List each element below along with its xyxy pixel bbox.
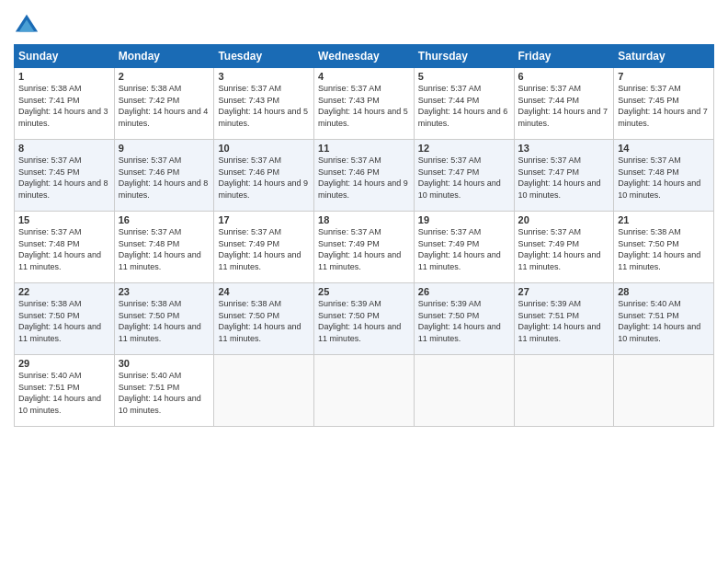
day-number: 9 [119,143,210,154]
table-row [214,355,314,427]
day-info: Sunrise: 5:37 AMSunset: 7:46 PMDaylight:… [218,155,308,200]
day-number: 30 [119,358,210,369]
calendar-week-row: 29 Sunrise: 5:40 AMSunset: 7:51 PMDaylig… [15,355,714,427]
calendar-week-row: 22 Sunrise: 5:38 AMSunset: 7:50 PMDaylig… [15,283,714,355]
table-row: 13 Sunrise: 5:37 AMSunset: 7:47 PMDaylig… [514,140,614,212]
day-info: Sunrise: 5:37 AMSunset: 7:49 PMDaylight:… [218,227,301,271]
header [14,9,714,39]
table-row: 21 Sunrise: 5:38 AMSunset: 7:50 PMDaylig… [614,212,714,283]
header-friday: Friday [514,45,614,68]
day-info: Sunrise: 5:37 AMSunset: 7:49 PMDaylight:… [418,227,501,271]
table-row: 24 Sunrise: 5:38 AMSunset: 7:50 PMDaylig… [214,283,314,355]
day-info: Sunrise: 5:37 AMSunset: 7:44 PMDaylight:… [418,84,508,128]
day-number: 4 [318,71,410,82]
table-row: 8 Sunrise: 5:37 AMSunset: 7:45 PMDayligh… [15,140,115,212]
day-info: Sunrise: 5:37 AMSunset: 7:48 PMDaylight:… [618,155,700,200]
table-row: 29 Sunrise: 5:40 AMSunset: 7:51 PMDaylig… [15,355,115,427]
day-info: Sunrise: 5:40 AMSunset: 7:51 PMDaylight:… [18,371,101,415]
day-info: Sunrise: 5:37 AMSunset: 7:47 PMDaylight:… [518,155,601,200]
table-row: 22 Sunrise: 5:38 AMSunset: 7:50 PMDaylig… [15,283,115,355]
day-info: Sunrise: 5:40 AMSunset: 7:51 PMDaylight:… [618,299,700,343]
table-row: 27 Sunrise: 5:39 AMSunset: 7:51 PMDaylig… [514,283,614,355]
table-row: 26 Sunrise: 5:39 AMSunset: 7:50 PMDaylig… [414,283,514,355]
day-number: 26 [418,286,510,297]
table-row: 2 Sunrise: 5:38 AMSunset: 7:42 PMDayligh… [114,68,214,140]
calendar-table: Sunday Monday Tuesday Wednesday Thursday… [14,44,714,427]
header-wednesday: Wednesday [314,45,415,68]
header-sunday: Sunday [15,45,115,68]
table-row: 6 Sunrise: 5:37 AMSunset: 7:44 PMDayligh… [514,68,614,140]
table-row [414,355,514,427]
logo-icon [14,13,40,39]
table-row: 7 Sunrise: 5:37 AMSunset: 7:45 PMDayligh… [614,68,714,140]
table-row: 1 Sunrise: 5:38 AMSunset: 7:41 PMDayligh… [15,68,115,140]
table-row: 14 Sunrise: 5:37 AMSunset: 7:48 PMDaylig… [614,140,714,212]
table-row: 5 Sunrise: 5:37 AMSunset: 7:44 PMDayligh… [414,68,514,140]
calendar-week-row: 15 Sunrise: 5:37 AMSunset: 7:48 PMDaylig… [15,212,714,283]
day-number: 10 [218,143,310,154]
day-number: 28 [618,286,710,297]
table-row: 19 Sunrise: 5:37 AMSunset: 7:49 PMDaylig… [414,212,514,283]
table-row: 30 Sunrise: 5:40 AMSunset: 7:51 PMDaylig… [114,355,214,427]
day-number: 20 [518,214,610,225]
day-info: Sunrise: 5:38 AMSunset: 7:41 PMDaylight:… [18,84,108,128]
table-row [614,355,714,427]
day-info: Sunrise: 5:37 AMSunset: 7:46 PMDaylight:… [119,155,209,200]
table-row: 3 Sunrise: 5:37 AMSunset: 7:43 PMDayligh… [214,68,314,140]
day-number: 18 [318,214,410,225]
table-row: 18 Sunrise: 5:37 AMSunset: 7:49 PMDaylig… [314,212,415,283]
day-number: 16 [119,214,210,225]
day-info: Sunrise: 5:37 AMSunset: 7:48 PMDaylight:… [18,227,101,271]
page: Sunday Monday Tuesday Wednesday Thursday… [0,0,728,563]
day-number: 27 [518,286,610,297]
day-number: 23 [119,286,210,297]
table-row: 28 Sunrise: 5:40 AMSunset: 7:51 PMDaylig… [614,283,714,355]
table-row [314,355,415,427]
day-info: Sunrise: 5:38 AMSunset: 7:50 PMDaylight:… [218,299,301,343]
day-number: 5 [418,71,510,82]
day-info: Sunrise: 5:37 AMSunset: 7:46 PMDaylight:… [318,155,408,200]
table-row [514,355,614,427]
day-number: 2 [119,71,210,82]
day-info: Sunrise: 5:38 AMSunset: 7:50 PMDaylight:… [618,227,700,271]
day-number: 17 [218,214,310,225]
day-info: Sunrise: 5:39 AMSunset: 7:50 PMDaylight:… [418,299,501,343]
day-number: 24 [218,286,310,297]
day-info: Sunrise: 5:37 AMSunset: 7:44 PMDaylight:… [518,84,609,128]
day-info: Sunrise: 5:37 AMSunset: 7:49 PMDaylight:… [518,227,601,271]
table-row: 9 Sunrise: 5:37 AMSunset: 7:46 PMDayligh… [114,140,214,212]
day-number: 14 [618,143,710,154]
day-info: Sunrise: 5:40 AMSunset: 7:51 PMDaylight:… [119,371,201,415]
header-saturday: Saturday [614,45,714,68]
table-row: 11 Sunrise: 5:37 AMSunset: 7:46 PMDaylig… [314,140,415,212]
day-info: Sunrise: 5:37 AMSunset: 7:43 PMDaylight:… [218,84,308,128]
calendar-week-row: 1 Sunrise: 5:38 AMSunset: 7:41 PMDayligh… [15,68,714,140]
day-number: 11 [318,143,410,154]
table-row: 16 Sunrise: 5:37 AMSunset: 7:48 PMDaylig… [114,212,214,283]
day-number: 25 [318,286,410,297]
day-info: Sunrise: 5:37 AMSunset: 7:43 PMDaylight:… [318,84,408,128]
day-number: 15 [18,214,110,225]
day-number: 29 [18,358,110,369]
table-row: 25 Sunrise: 5:39 AMSunset: 7:50 PMDaylig… [314,283,415,355]
table-row: 12 Sunrise: 5:37 AMSunset: 7:47 PMDaylig… [414,140,514,212]
header-thursday: Thursday [414,45,514,68]
logo [14,13,42,39]
calendar-week-row: 8 Sunrise: 5:37 AMSunset: 7:45 PMDayligh… [15,140,714,212]
day-info: Sunrise: 5:38 AMSunset: 7:50 PMDaylight:… [119,299,201,343]
table-row: 4 Sunrise: 5:37 AMSunset: 7:43 PMDayligh… [314,68,415,140]
day-info: Sunrise: 5:37 AMSunset: 7:48 PMDaylight:… [119,227,201,271]
day-number: 3 [218,71,310,82]
day-number: 19 [418,214,510,225]
table-row: 17 Sunrise: 5:37 AMSunset: 7:49 PMDaylig… [214,212,314,283]
table-row: 15 Sunrise: 5:37 AMSunset: 7:48 PMDaylig… [15,212,115,283]
day-number: 8 [18,143,110,154]
day-number: 12 [418,143,510,154]
header-monday: Monday [114,45,214,68]
calendar-header-row: Sunday Monday Tuesday Wednesday Thursday… [15,45,714,68]
day-info: Sunrise: 5:38 AMSunset: 7:50 PMDaylight:… [18,299,101,343]
day-info: Sunrise: 5:39 AMSunset: 7:51 PMDaylight:… [518,299,601,343]
day-info: Sunrise: 5:39 AMSunset: 7:50 PMDaylight:… [318,299,401,343]
day-number: 7 [618,71,710,82]
day-number: 22 [18,286,110,297]
